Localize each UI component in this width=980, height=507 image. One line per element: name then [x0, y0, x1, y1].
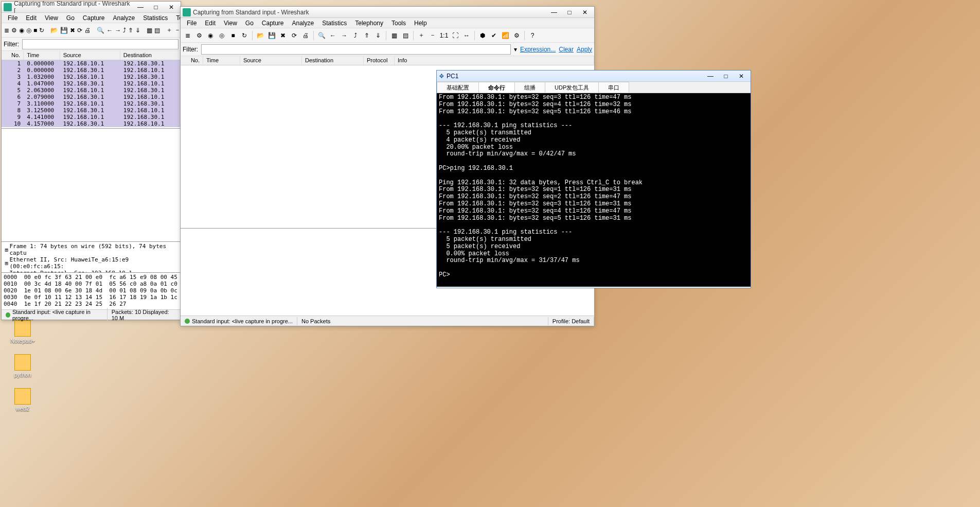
cam2-icon[interactable]: ◎: [217, 30, 227, 41]
menu-help[interactable]: Help: [410, 19, 431, 28]
packet-row[interactable]: 20.000000192.168.30.1192.168.10.1: [2, 67, 181, 74]
filter-input[interactable]: [201, 44, 511, 55]
packet-row[interactable]: 62.079000192.168.30.1192.168.10.1: [2, 94, 181, 100]
col-source[interactable]: Source: [240, 56, 302, 65]
autoscroll-icon[interactable]: ▤: [154, 25, 161, 36]
bottom-icon[interactable]: ⇓: [373, 30, 383, 41]
packet-row[interactable]: 73.110000192.168.10.1192.168.30.1: [2, 100, 181, 107]
jump-icon[interactable]: ⤴: [350, 30, 361, 41]
col-no[interactable]: No.: [181, 56, 203, 65]
colorize-icon[interactable]: ▦: [389, 30, 399, 41]
desktop-icon-notepad+[interactable]: Notepad+: [7, 320, 38, 344]
close-icon[interactable]: ✖: [278, 30, 288, 41]
expand-icon[interactable]: ⊞: [4, 260, 9, 267]
expression-link[interactable]: Expression...: [520, 46, 556, 53]
packet-list[interactable]: 10.000000192.168.10.1192.168.30.120.0000…: [2, 60, 181, 128]
menu-analyze[interactable]: Analyze: [288, 19, 318, 28]
packet-details[interactable]: ⊞Frame 1: 74 bytes on wire (592 bits), 7…: [2, 241, 181, 272]
menu-go[interactable]: Go: [62, 13, 79, 23]
packet-row[interactable]: 52.063000192.168.10.1192.168.30.1: [2, 87, 181, 94]
filter-dropdown-icon[interactable]: ▾: [514, 46, 517, 53]
cam2-icon[interactable]: ◎: [26, 25, 32, 36]
back-icon[interactable]: ←: [106, 25, 113, 36]
pref-icon[interactable]: ⚙: [511, 30, 522, 41]
save-icon[interactable]: 💾: [60, 25, 68, 36]
minimize-button[interactable]: —: [703, 72, 718, 81]
autoscroll-icon[interactable]: ▤: [400, 30, 411, 41]
expand-icon[interactable]: ⊞: [4, 247, 9, 253]
menu-edit[interactable]: Edit: [201, 19, 220, 28]
zfit-icon[interactable]: ⛶: [450, 30, 460, 41]
menu-statistics[interactable]: Statistics: [318, 19, 351, 28]
detail-row[interactable]: ⊞Ethernet II, Src: HuaweiTe_a6:15:e9 (00…: [3, 256, 180, 270]
packet-list-header[interactable]: No. Time Source Destination: [2, 51, 181, 60]
tab-4[interactable]: 串口: [598, 82, 629, 93]
find-icon[interactable]: 🔍: [96, 25, 105, 36]
menu-statistics[interactable]: Statistics: [139, 13, 172, 23]
fwd-icon[interactable]: →: [114, 25, 121, 36]
zout-icon[interactable]: －: [427, 30, 438, 41]
colorize-icon[interactable]: ▦: [146, 25, 153, 36]
tab-3[interactable]: UDP发包工具: [545, 82, 599, 93]
minimize-button[interactable]: —: [547, 8, 561, 17]
menu-capture[interactable]: Capture: [79, 13, 109, 23]
close-button[interactable]: ✕: [578, 8, 592, 17]
restart-icon[interactable]: ↻: [239, 30, 250, 41]
resize-icon[interactable]: ↔: [461, 30, 472, 41]
top-icon[interactable]: ⇑: [128, 25, 134, 36]
zin-icon[interactable]: ＋: [166, 25, 173, 36]
tab-0[interactable]: 基础配置: [437, 82, 479, 93]
menu-capture[interactable]: Capture: [258, 19, 288, 28]
packet-row[interactable]: 10.000000192.168.10.1192.168.30.1: [2, 60, 181, 67]
fwd-icon[interactable]: →: [339, 30, 349, 41]
zin-icon[interactable]: ＋: [416, 30, 426, 41]
close-button[interactable]: ✕: [734, 72, 749, 81]
print-icon[interactable]: 🖨: [300, 30, 311, 41]
menu-file[interactable]: File: [183, 19, 201, 28]
maximize-button[interactable]: □: [562, 8, 577, 17]
wifi-icon[interactable]: 📶: [500, 30, 510, 41]
stop-icon[interactable]: ■: [228, 30, 238, 41]
titlebar-ws1[interactable]: Capturing from Standard input - Wireshar…: [2, 2, 181, 13]
restart-icon[interactable]: ↻: [39, 25, 45, 36]
save-icon[interactable]: 💾: [266, 30, 277, 41]
close-icon[interactable]: ✖: [69, 25, 76, 36]
reload-icon[interactable]: ⟳: [289, 30, 299, 41]
filter-input[interactable]: [22, 39, 179, 49]
titlebar-ws2[interactable]: Capturing from Standard input - Wireshar…: [181, 7, 594, 18]
col-time[interactable]: Time: [203, 56, 240, 65]
cap-icon[interactable]: ⬢: [477, 30, 488, 41]
stop-icon[interactable]: ■: [33, 25, 38, 36]
clear-link[interactable]: Clear: [559, 46, 574, 53]
reload-icon[interactable]: ⟳: [77, 25, 83, 36]
list-icon[interactable]: ≣: [183, 30, 193, 41]
tab-1[interactable]: 命令行: [478, 82, 515, 93]
col-time[interactable]: Time: [24, 51, 60, 60]
help-icon[interactable]: ?: [527, 30, 538, 41]
chk-icon[interactable]: ✔: [489, 30, 499, 41]
col-destination[interactable]: Destination: [302, 56, 364, 65]
find-icon[interactable]: 🔍: [316, 30, 327, 41]
bottom-icon[interactable]: ⇓: [135, 25, 141, 36]
tab-2[interactable]: 组播: [514, 82, 545, 93]
menu-file[interactable]: File: [4, 13, 22, 23]
packet-row[interactable]: 104.157000192.168.30.1192.168.10.1: [2, 120, 181, 127]
top-icon[interactable]: ⇑: [362, 30, 372, 41]
menu-tools[interactable]: Tools: [387, 19, 410, 28]
detail-row[interactable]: ⊞Frame 1: 74 bytes on wire (592 bits), 7…: [3, 243, 180, 256]
minimize-button[interactable]: —: [133, 3, 148, 12]
maximize-button[interactable]: □: [719, 72, 733, 81]
desktop-icon-web2[interactable]: web2: [7, 388, 38, 412]
hex-pane[interactable]: 0000 00 e0 fc 3f 63 21 00 e0 fc a6 15 e9…: [2, 272, 181, 309]
col-destination[interactable]: Destination: [120, 51, 181, 60]
desktop-icon-python[interactable]: python: [7, 354, 38, 378]
open-icon[interactable]: 📂: [50, 25, 59, 36]
packet-row[interactable]: 41.047000192.168.30.1192.168.10.1: [2, 80, 181, 87]
col-source[interactable]: Source: [60, 51, 120, 60]
open-icon[interactable]: 📂: [255, 30, 265, 41]
cam-icon[interactable]: ◉: [205, 30, 216, 41]
menu-view[interactable]: View: [41, 13, 62, 23]
menu-view[interactable]: View: [220, 19, 241, 28]
net-icon[interactable]: ⚙: [11, 25, 17, 36]
cam-icon[interactable]: ◉: [19, 25, 25, 36]
